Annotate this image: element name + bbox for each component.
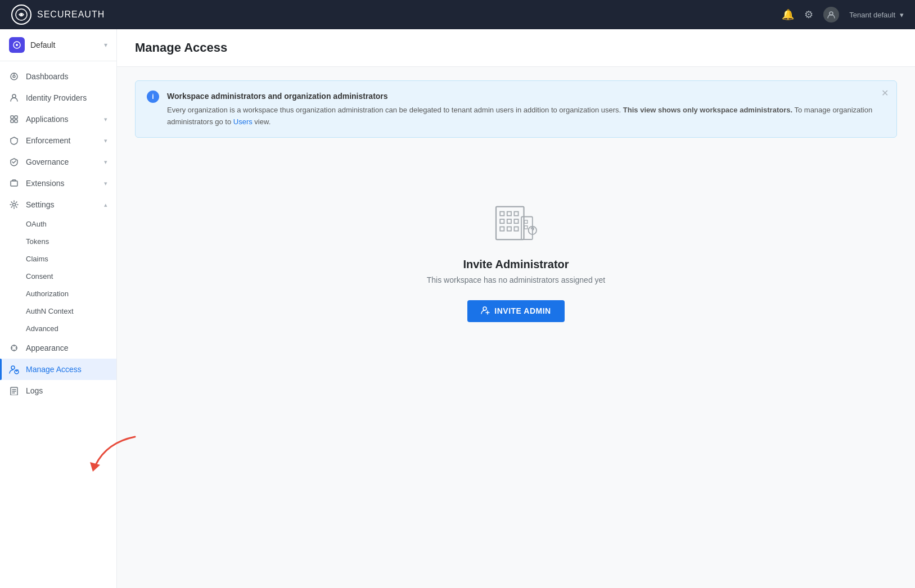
bell-icon[interactable]: 🔔 <box>782 8 794 21</box>
svg-point-1 <box>20 13 22 16</box>
tenant-selector[interactable]: Tenant default ▾ <box>849 11 904 19</box>
sidebar-item-label-applications: Applications <box>26 115 97 124</box>
sidebar-item-appearance[interactable]: Appearance <box>0 337 116 359</box>
sidebar: Default ▾ Dashboards <box>0 29 117 588</box>
svg-point-6 <box>13 75 15 78</box>
empty-state-title: Invite Administrator <box>463 258 569 271</box>
sidebar-item-manage-access[interactable]: Manage Access <box>0 359 116 380</box>
svg-rect-26 <box>500 219 504 223</box>
svg-rect-23 <box>500 211 504 215</box>
sidebar-item-enforcement[interactable]: Enforcement ▾ <box>0 130 116 151</box>
banner-body-after-link: view. <box>253 117 271 126</box>
sub-nav-label-oauth: OAuth <box>26 220 47 228</box>
svg-rect-13 <box>11 181 17 186</box>
appearance-icon <box>9 343 19 353</box>
svg-rect-10 <box>15 116 17 119</box>
sidebar-item-dashboards[interactable]: Dashboards <box>0 66 116 87</box>
sidebar-item-logs[interactable]: Logs <box>0 380 116 401</box>
identity-icon <box>9 93 19 103</box>
svg-rect-34 <box>524 226 527 229</box>
sidebar-item-label-enforcement: Enforcement <box>26 136 97 145</box>
svg-rect-29 <box>500 227 504 230</box>
sub-nav-oauth[interactable]: OAuth <box>0 215 116 233</box>
user-avatar[interactable] <box>823 7 839 22</box>
sidebar-item-label-dashboards: Dashboards <box>26 72 107 81</box>
sub-nav-consent[interactable]: Consent <box>0 268 116 285</box>
info-icon: i <box>147 91 159 103</box>
invite-icon <box>481 306 490 316</box>
governance-chevron: ▾ <box>104 159 107 166</box>
tenant-label: Tenant default <box>849 11 895 19</box>
invite-admin-button[interactable]: INVITE ADMIN <box>467 300 564 322</box>
header-right: 🔔 ⚙ Tenant default ▾ <box>782 7 904 22</box>
banner-close-button[interactable]: ✕ <box>881 88 889 98</box>
sidebar-item-label-appearance: Appearance <box>26 343 107 352</box>
info-banner: i Workspace administrators and organizat… <box>135 80 897 138</box>
workspace-selector[interactable]: Default ▾ <box>0 29 116 61</box>
tenant-chevron: ▾ <box>900 11 904 19</box>
sub-nav-authorization[interactable]: Authorization <box>0 285 116 302</box>
settings-icon <box>9 200 19 210</box>
svg-rect-33 <box>524 220 527 223</box>
empty-state-icon <box>491 194 542 245</box>
logo-text: SECUREAUTH <box>37 10 105 20</box>
svg-rect-9 <box>11 116 13 119</box>
sub-nav-label-authorization: Authorization <box>26 290 69 298</box>
page-content: i Workspace administrators and organizat… <box>117 67 915 369</box>
sub-nav-tokens[interactable]: Tokens <box>0 233 116 250</box>
sub-nav-label-consent: Consent <box>26 272 53 281</box>
main-layout: Default ▾ Dashboards <box>0 29 915 588</box>
sub-nav-label-claims: Claims <box>26 255 48 263</box>
svg-point-14 <box>13 203 16 206</box>
top-header: SECUREAUTH 🔔 ⚙ Tenant default ▾ <box>0 0 915 29</box>
sub-nav-authn-context[interactable]: AuthN Context <box>0 302 116 320</box>
workspace-icon <box>9 37 25 53</box>
sidebar-item-identity-providers[interactable]: Identity Providers <box>0 87 116 108</box>
svg-point-17 <box>15 370 19 374</box>
banner-body: Every organization is a workspace thus o… <box>167 105 885 128</box>
banner-body-bold: This view shows only workspace administr… <box>623 106 792 114</box>
info-banner-text: Workspace administrators and organizatio… <box>167 90 885 128</box>
sidebar-item-extensions[interactable]: Extensions ▾ <box>0 173 116 194</box>
sidebar-item-label-governance: Governance <box>26 157 97 166</box>
sidebar-item-label-manage-access: Manage Access <box>26 365 107 374</box>
logs-icon <box>9 386 19 396</box>
svg-rect-30 <box>507 227 511 230</box>
banner-link[interactable]: Users <box>233 117 253 126</box>
sub-nav-label-advanced: Advanced <box>26 324 58 333</box>
sidebar-item-settings[interactable]: Settings ▴ <box>0 194 116 215</box>
sub-nav-label-authn-context: AuthN Context <box>26 307 74 315</box>
enforcement-icon <box>9 135 19 146</box>
applications-chevron: ▾ <box>104 116 107 123</box>
sub-nav-advanced[interactable]: Advanced <box>0 320 116 337</box>
empty-state-subtitle: This workspace has no administrators ass… <box>427 275 605 284</box>
sub-nav-claims[interactable]: Claims <box>0 250 116 268</box>
banner-body-start: Every organization is a workspace thus o… <box>167 106 623 114</box>
extensions-icon <box>9 178 19 188</box>
svg-point-37 <box>483 307 486 310</box>
sidebar-item-label-logs: Logs <box>26 386 107 395</box>
dashboard-icon <box>9 71 19 82</box>
sidebar-item-label-extensions: Extensions <box>26 179 97 188</box>
page-title: Manage Access <box>135 40 897 55</box>
invite-admin-label: INVITE ADMIN <box>494 306 551 315</box>
workspace-name: Default <box>30 40 98 49</box>
sidebar-item-applications[interactable]: Applications ▾ <box>0 108 116 130</box>
svg-rect-11 <box>11 120 13 123</box>
apps-icon <box>9 114 19 124</box>
banner-title: Workspace administrators and organizatio… <box>167 90 885 102</box>
svg-rect-25 <box>514 211 518 215</box>
logo-area: SECUREAUTH <box>11 4 105 25</box>
gear-icon[interactable]: ⚙ <box>804 8 813 21</box>
empty-state: Invite Administrator This workspace has … <box>135 160 897 356</box>
sidebar-item-label-identity-providers: Identity Providers <box>26 93 107 102</box>
workspace-chevron: ▾ <box>104 41 107 49</box>
svg-rect-12 <box>15 120 17 123</box>
svg-point-16 <box>11 366 15 369</box>
governance-icon <box>9 157 19 167</box>
svg-point-8 <box>12 94 16 98</box>
page-header: Manage Access <box>117 29 915 67</box>
sidebar-item-governance[interactable]: Governance ▾ <box>0 151 116 173</box>
svg-rect-27 <box>507 219 511 223</box>
svg-point-36 <box>532 232 533 232</box>
